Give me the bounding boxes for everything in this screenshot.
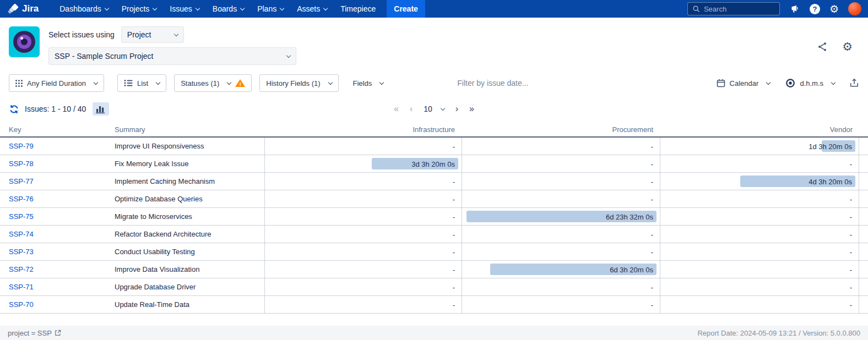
grid-icon <box>15 80 23 87</box>
issue-summary-cell: Update Real-Time Data <box>115 296 264 313</box>
nav-item-timepiece[interactable]: Timepiece <box>334 0 382 18</box>
nav-search[interactable] <box>687 2 780 15</box>
search-icon <box>692 5 700 13</box>
nav-item-assets[interactable]: Assets <box>290 0 334 18</box>
view-mode-button[interactable]: List <box>117 74 166 92</box>
duration-cell-vendor: - <box>660 208 859 225</box>
calendar-icon <box>717 79 725 87</box>
duration-value: - <box>850 195 852 203</box>
duration-cell-infrastructure: - <box>264 208 462 225</box>
issue-key-link[interactable]: SSP-72 <box>9 265 34 273</box>
field-duration-label: Any Field Duration <box>27 79 86 87</box>
user-avatar-button[interactable] <box>848 2 861 15</box>
issue-summary-cell: Implement Caching Mechanism <box>115 173 264 190</box>
chevron-down-icon <box>196 6 200 10</box>
page-size-select[interactable]: 10 <box>424 105 444 113</box>
first-page-button[interactable]: « <box>394 105 399 113</box>
issue-key-cell: SSP-76 <box>0 190 115 207</box>
date-filter-input[interactable] <box>457 79 578 87</box>
issue-key-link[interactable]: SSP-78 <box>9 160 34 168</box>
calendar-button[interactable]: Calendar <box>715 74 772 92</box>
duration-value: - <box>453 300 455 309</box>
chevron-down-icon <box>105 6 109 10</box>
duration-value: 4d 3h 20m 0s <box>809 177 852 185</box>
issue-key-link[interactable]: SSP-74 <box>9 230 34 238</box>
nav-item-dashboards[interactable]: Dashboards <box>53 0 115 18</box>
gear-icon: ⚙ <box>842 41 853 52</box>
issue-source-select[interactable]: Project <box>121 26 184 43</box>
feedback-button[interactable] <box>789 4 800 14</box>
pagination: « ‹ 10 › » <box>394 105 474 113</box>
duration-value: - <box>850 230 852 238</box>
help-button[interactable]: ? <box>810 4 820 14</box>
issue-key-link[interactable]: SSP-73 <box>9 248 34 256</box>
duration-cell-procurement: - <box>462 155 660 172</box>
jql-query-link[interactable]: project = SSP <box>8 329 61 337</box>
chart-view-button[interactable] <box>93 102 109 116</box>
report-settings-button[interactable]: ⚙ <box>842 41 853 52</box>
next-page-button[interactable]: › <box>455 105 458 113</box>
prev-page-button[interactable]: ‹ <box>410 105 413 113</box>
column-header-infrastructure: Infrastructure <box>264 125 462 134</box>
duration-value: - <box>651 300 653 309</box>
share-button[interactable] <box>817 41 828 52</box>
table-header: Key Summary Infrastructure Procurement V… <box>0 123 868 138</box>
issue-key-link[interactable]: SSP-77 <box>9 177 34 185</box>
chevron-down-icon <box>174 31 178 36</box>
nav-item-plans[interactable]: Plans <box>251 0 290 18</box>
duration-cell-vendor: - <box>660 278 859 295</box>
duration-cell-procurement: - <box>462 296 660 313</box>
history-fields-label: History Fields (1) <box>266 79 320 87</box>
duration-cell-vendor: - <box>660 243 859 260</box>
jira-brand[interactable]: Jira <box>4 3 42 15</box>
duration-value: 6d 3h 20m 0s <box>610 265 653 273</box>
duration-value: - <box>453 283 455 291</box>
issue-key-cell: SSP-70 <box>0 296 115 313</box>
chevron-down-icon <box>153 6 157 10</box>
chevron-down-icon <box>94 80 98 85</box>
duration-cell-vendor: - <box>660 261 859 278</box>
duration-value: - <box>453 142 455 150</box>
field-duration-button[interactable]: Any Field Duration <box>9 74 104 92</box>
duration-value: - <box>651 142 653 150</box>
duration-cell-procurement: - <box>462 243 660 260</box>
project-select-value: SSP - Sample Scrum Project <box>55 52 153 61</box>
duration-format-button[interactable]: d.h.m.s <box>784 74 836 92</box>
issue-key-cell: SSP-78 <box>0 155 115 172</box>
table-body: SSP-79 Improve UI Responsiveness - - 1d … <box>0 138 868 314</box>
nav-item-label: Projects <box>122 4 150 13</box>
last-page-button[interactable]: » <box>469 105 474 113</box>
project-select[interactable]: SSP - Sample Scrum Project <box>48 47 296 65</box>
list-icon <box>124 79 133 87</box>
app-header: Select issues using Project SSP - Sample… <box>0 18 868 67</box>
column-header-key: Key <box>0 125 115 134</box>
issues-count-label: Issues: 1 - 10 / 40 <box>25 105 86 113</box>
duration-cell-infrastructure: 3d 3h 20m 0s <box>264 155 462 172</box>
nav-item-issues[interactable]: Issues <box>163 0 205 18</box>
issue-key-link[interactable]: SSP-71 <box>9 283 34 291</box>
bar-chart-icon <box>96 105 106 113</box>
refresh-button[interactable] <box>9 104 19 114</box>
history-fields-button[interactable]: History Fields (1) <box>259 74 338 92</box>
nav-item-projects[interactable]: Projects <box>115 0 164 18</box>
duration-cell-procurement: - <box>462 190 660 207</box>
chevron-down-icon <box>831 80 836 85</box>
duration-value: - <box>850 300 852 309</box>
fields-button[interactable]: Fields <box>352 74 385 92</box>
create-button[interactable]: Create <box>387 0 425 18</box>
duration-format-icon <box>785 78 795 88</box>
export-button[interactable] <box>849 78 859 88</box>
duration-cell-procurement: 6d 3h 20m 0s <box>462 261 660 278</box>
statuses-button[interactable]: Statuses (1) ! <box>174 74 252 92</box>
issue-key-link[interactable]: SSP-70 <box>9 300 34 309</box>
page-size-value: 10 <box>424 105 432 113</box>
nav-item-boards[interactable]: Boards <box>206 0 251 18</box>
search-input[interactable] <box>704 5 775 13</box>
duration-value: - <box>651 177 653 185</box>
issue-key-link[interactable]: SSP-76 <box>9 195 34 203</box>
duration-cell-infrastructure: - <box>264 138 462 155</box>
issue-key-link[interactable]: SSP-79 <box>9 142 34 150</box>
issue-key-link[interactable]: SSP-75 <box>9 212 34 221</box>
settings-button[interactable]: ⚙ <box>829 4 839 14</box>
issue-summary-cell: Fix Memory Leak Issue <box>115 155 264 172</box>
